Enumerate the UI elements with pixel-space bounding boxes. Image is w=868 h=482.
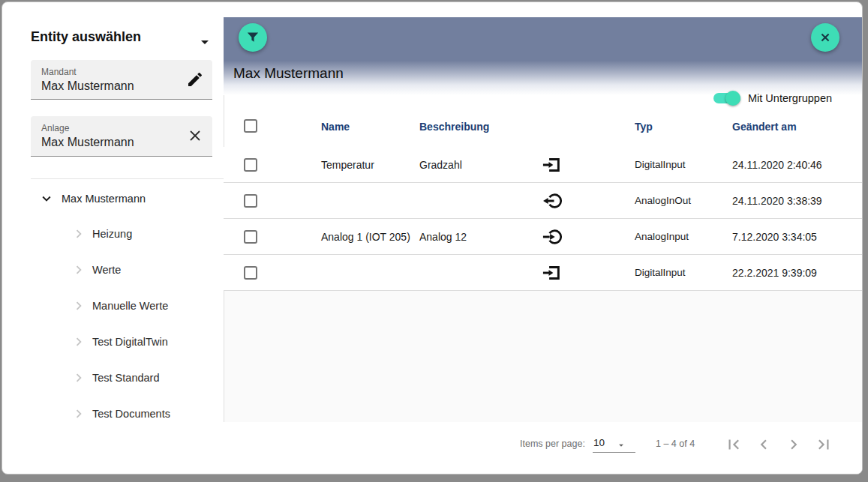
tree-node-label: Heizung	[92, 228, 132, 240]
tree-node-label: Manuelle Werte	[92, 300, 168, 312]
mandant-label: Mandant	[41, 67, 77, 77]
items-per-page-label: Items per page:	[520, 439, 585, 449]
tree-node-label: Test Standard	[92, 372, 159, 384]
anlage-field[interactable]: Anlage Max Mustermann	[31, 116, 212, 157]
main-header-bar	[224, 17, 863, 61]
chevron-down-icon[interactable]	[196, 33, 214, 51]
table-empty-area	[224, 291, 863, 422]
previous-page-button[interactable]	[754, 435, 773, 454]
anlage-value: Max Mustermann	[41, 136, 134, 149]
cell-type: AnalogInOut	[635, 195, 691, 206]
cell-name: Analog 1 (IOT 205)	[321, 231, 410, 243]
next-page-button[interactable]	[784, 435, 803, 454]
mandant-value: Max Mustermann	[41, 79, 134, 93]
output-circle-icon	[541, 190, 562, 211]
tree-node-heizung[interactable]: Heizung	[71, 223, 132, 244]
input-icon	[541, 154, 562, 175]
last-page-button[interactable]	[814, 435, 833, 454]
input-circle-icon	[541, 226, 562, 247]
paginator: Items per page: 10 1 – 4 of 4	[224, 422, 863, 475]
select-all-checkbox[interactable]	[244, 119, 257, 133]
chevron-right-icon[interactable]	[71, 298, 87, 314]
table-row[interactable]: DigitalInput 22.2.2021 9:39:09	[224, 255, 863, 291]
chevron-right-icon[interactable]	[71, 370, 87, 386]
funnel-icon	[244, 28, 262, 46]
column-header-name[interactable]: Name	[321, 121, 350, 133]
input-icon	[541, 262, 562, 283]
tree-node-root[interactable]: Max Mustermann	[38, 188, 146, 209]
cell-description: Gradzahl	[419, 159, 462, 171]
cell-type: AnalogInput	[635, 231, 689, 242]
cell-modified: 24.11.2020 2:40:46	[732, 159, 822, 171]
column-header-description[interactable]: Beschreibung	[419, 121, 489, 133]
chevron-right-icon[interactable]	[71, 262, 87, 278]
column-header-type[interactable]: Typ	[635, 121, 653, 133]
chevron-right-icon[interactable]	[71, 406, 87, 422]
tree-node-werte[interactable]: Werte	[71, 259, 121, 280]
sidebar-divider	[31, 178, 224, 179]
cell-type: DigitalInput	[635, 267, 686, 278]
chevron-down-icon[interactable]	[616, 440, 626, 451]
tree-node-label: Test Documents	[92, 408, 170, 420]
subgroups-toggle[interactable]	[713, 93, 740, 103]
first-page-button[interactable]	[724, 435, 743, 454]
tree-node-label: Max Mustermann	[62, 193, 146, 205]
main-panel-title: Max Mustermann	[233, 65, 344, 82]
table-row[interactable]: Temperatur Gradzahl DigitalInput 24.11.2…	[224, 147, 863, 183]
table-row[interactable]: AnalogInOut 24.11.2020 3:38:39	[224, 183, 863, 219]
subgroups-toggle-row: Mit Untergruppen	[713, 88, 863, 108]
close-icon	[817, 29, 833, 46]
select-underline	[593, 452, 635, 453]
tree-node-manuelle-werte[interactable]: Manuelle Werte	[71, 295, 168, 316]
cell-name: Temperatur	[321, 159, 374, 171]
row-checkbox[interactable]	[244, 158, 257, 172]
cell-modified: 7.12.2020 3:34:05	[732, 231, 817, 243]
tree-node-test-standard[interactable]: Test Standard	[71, 367, 159, 388]
chevron-right-icon[interactable]	[71, 334, 87, 350]
items-per-page-select[interactable]: 10	[593, 437, 605, 448]
mandant-field[interactable]: Mandant Max Mustermann	[31, 60, 212, 100]
cell-type: DigitalInput	[635, 159, 686, 170]
cell-description: Analog 12	[419, 231, 467, 243]
row-checkbox[interactable]	[244, 194, 257, 208]
table-header-row: Name Beschreibung Typ Geändert am	[224, 110, 863, 147]
page-range-label: 1 – 4 of 4	[656, 439, 695, 449]
sidebar-title: Entity auswählen	[31, 29, 141, 45]
entity-select-dialog: Entity auswählen Mandant Max Mustermann …	[2, 1, 863, 475]
tree-node-test-digitaltwin[interactable]: Test DigitalTwin	[71, 331, 168, 352]
row-checkbox[interactable]	[244, 230, 257, 244]
tree-node-test-documents[interactable]: Test Documents	[71, 403, 170, 424]
filter-button[interactable]	[239, 23, 267, 52]
close-button[interactable]	[811, 23, 839, 52]
column-header-modified[interactable]: Geändert am	[732, 121, 797, 133]
cell-modified: 24.11.2020 3:38:39	[732, 195, 822, 207]
tree-node-label: Werte	[92, 264, 121, 276]
chevron-right-icon[interactable]	[71, 226, 87, 242]
subgroups-toggle-label: Mit Untergruppen	[748, 92, 832, 104]
clear-x-icon[interactable]	[186, 127, 204, 145]
anlage-label: Anlage	[41, 123, 69, 133]
chevron-down-icon[interactable]	[38, 190, 55, 207]
row-checkbox[interactable]	[244, 266, 257, 280]
table-row[interactable]: Analog 1 (IOT 205) Analog 12 AnalogInput…	[224, 219, 863, 255]
edit-pencil-icon[interactable]	[186, 70, 204, 88]
tree-node-label: Test DigitalTwin	[92, 336, 168, 348]
toggle-thumb[interactable]	[725, 91, 740, 106]
cell-modified: 22.2.2021 9:39:09	[732, 267, 817, 279]
